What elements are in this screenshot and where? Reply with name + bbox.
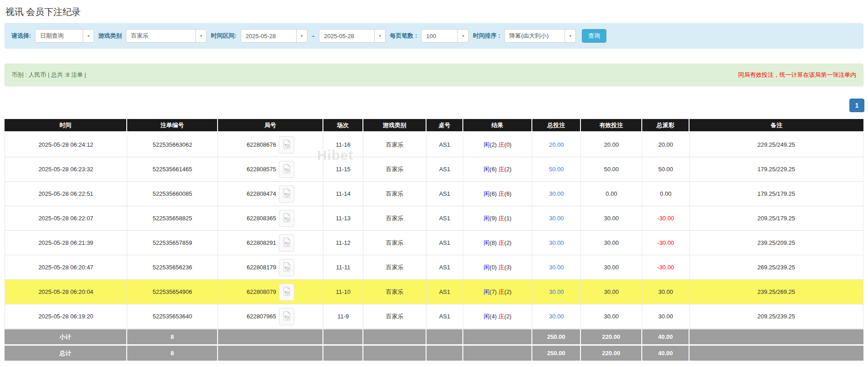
table-row: 2025-05-28 06:20:04522535654906622808079…	[5, 280, 863, 304]
page-size-select[interactable]: 100 ▾	[421, 29, 469, 43]
video-replay-button[interactable]	[279, 283, 294, 301]
cell-valid-bet: 20.00	[581, 133, 642, 157]
cell-valid-bet: 30.00	[581, 231, 642, 255]
column-header-time: 时间	[5, 119, 127, 133]
chevron-down-icon: ▾	[457, 30, 468, 42]
cell-game-type: 百家乐	[363, 157, 427, 182]
total-bet-link[interactable]: 30.00	[549, 313, 564, 320]
video-replay-button[interactable]	[279, 210, 294, 227]
cell-payout: 0.00	[642, 182, 689, 206]
video-replay-button[interactable]	[279, 259, 294, 276]
cell-time: 2025-05-28 06:24:12	[5, 133, 127, 157]
currency-total-text: 币别 : 人民币 | 总共 :8 注单 |	[12, 71, 86, 79]
round-id-wrap: 622808365	[247, 210, 294, 227]
cell-game-type: 百家乐	[363, 280, 427, 304]
cell-total-bet: 20.00	[532, 133, 581, 157]
cell-valid-bet: 30.00	[581, 255, 642, 280]
player-score: (4)	[490, 313, 497, 320]
cell-time: 2025-05-28 06:22:07	[5, 206, 127, 231]
grandtotal-payout: 40.00	[642, 345, 689, 362]
column-header-table-no: 桌号	[427, 119, 463, 133]
cell-time: 2025-05-28 06:21:39	[5, 231, 127, 255]
total-bet-link[interactable]: 50.00	[549, 166, 564, 173]
round-id-wrap: 622808474	[247, 185, 294, 203]
player-result: 闲	[484, 215, 490, 222]
banker-result: 庄	[498, 239, 504, 246]
grandtotal-row: 总计8250.00220.0040.00	[5, 345, 863, 362]
total-bet-link[interactable]: 30.00	[549, 264, 564, 271]
cell-note: 239.25/269.25	[689, 280, 863, 304]
grandtotal-empty	[427, 345, 463, 362]
cell-note: 269.25/239.25	[689, 255, 863, 280]
cell-note: 239.25/209.25	[689, 231, 863, 255]
cell-bet-id: 522535663062	[127, 133, 218, 157]
player-score: (2)	[490, 141, 497, 148]
grandtotal-empty	[218, 345, 323, 362]
cell-bet-id: 522535657859	[127, 231, 218, 255]
cell-session: 11-10	[323, 280, 363, 304]
cell-table-no: AS1	[427, 304, 463, 329]
game-type-select[interactable]: 百家乐 ▾	[126, 29, 207, 43]
subtotal-empty	[463, 329, 532, 345]
filter-bar: 请选择: 日期查询 ▾ 游戏类别 百家乐 ▾ 时间区间: 2025-05-28 …	[5, 23, 863, 49]
page-button-1[interactable]: 1	[849, 99, 864, 112]
time-sort-label: 时间排序 :	[473, 32, 500, 40]
banker-score: (2)	[504, 313, 511, 320]
grandtotal-empty	[323, 345, 363, 362]
total-bet-link[interactable]: 30.00	[549, 215, 564, 222]
round-id-value: 622808575	[247, 166, 276, 173]
cell-result: 闲(4) 庄(2)	[463, 304, 532, 329]
cell-round-id: 622807965	[218, 304, 323, 329]
video-replay-button[interactable]	[279, 136, 294, 154]
video-replay-button[interactable]	[279, 185, 294, 203]
video-replay-button[interactable]	[279, 161, 294, 178]
query-type-value: 日期查询	[35, 30, 83, 42]
pagination: 1	[5, 99, 864, 112]
cell-result: 闲(0) 庄(3)	[463, 255, 532, 280]
cell-round-id: 622808179	[218, 255, 323, 280]
table-header-row: 时间注单编号局号场次游戏类别桌号结果总投注有效投注总派彩备注	[5, 119, 863, 133]
subtotal-row: 小计8250.00220.0040.00	[5, 329, 863, 345]
column-header-result: 结果	[463, 119, 532, 133]
cell-session: 11-11	[323, 255, 363, 280]
cell-table-no: AS1	[427, 133, 463, 157]
cell-session: 11-12	[323, 231, 363, 255]
total-bet-link[interactable]: 30.00	[549, 288, 564, 295]
cell-payout: -30.00	[642, 231, 689, 255]
banker-result: 庄	[498, 215, 504, 222]
query-button[interactable]: 查询	[582, 29, 606, 43]
cell-round-id: 622808291	[218, 231, 323, 255]
video-file-icon	[283, 287, 291, 298]
date-from-select[interactable]: 2025-05-28 ▾	[241, 29, 308, 43]
total-bet-link[interactable]: 30.00	[549, 239, 564, 246]
date-to-select[interactable]: 2025-05-28 ▾	[319, 29, 386, 43]
video-replay-button[interactable]	[279, 308, 294, 325]
subtotal-empty	[323, 329, 363, 345]
table-row: 2025-05-28 06:22:51522535660085622808474…	[5, 182, 863, 206]
subtotal-label: 小计	[5, 329, 127, 345]
banker-score: (6)	[504, 190, 511, 197]
table-row: 2025-05-28 06:20:47522535656236622808179…	[5, 255, 863, 280]
player-result: 闲	[484, 190, 490, 197]
query-type-select[interactable]: 日期查询 ▾	[35, 29, 94, 43]
cell-table-no: AS1	[427, 255, 463, 280]
cell-session: 11-14	[323, 182, 363, 206]
video-replay-button[interactable]	[279, 234, 294, 252]
subtotal-empty	[218, 329, 323, 345]
total-bet-link[interactable]: 30.00	[549, 190, 564, 197]
subtotal-valid-bet: 220.00	[581, 329, 642, 345]
cell-bet-id: 522535661465	[127, 157, 218, 182]
summary-bar: 币别 : 人民币 | 总共 :8 注单 | 同局有效投注，统一计算在该局第一张注…	[5, 64, 863, 86]
time-sort-select[interactable]: 降冪(由大到小) ▾	[504, 29, 576, 43]
cell-round-id: 622808575	[218, 157, 323, 182]
game-type-label: 游戏类别	[98, 32, 122, 40]
cell-result: 闲(6) 庄(2)	[463, 157, 532, 182]
chevron-down-icon: ▾	[374, 30, 385, 42]
chevron-down-icon: ▾	[296, 30, 307, 42]
banker-result: 庄	[498, 190, 504, 197]
cell-valid-bet: 30.00	[581, 304, 642, 329]
cell-result: 闲(2) 庄(0)	[463, 133, 532, 157]
cell-total-bet: 30.00	[532, 304, 581, 329]
cell-total-bet: 30.00	[532, 182, 581, 206]
total-bet-link[interactable]: 20.00	[549, 141, 564, 148]
